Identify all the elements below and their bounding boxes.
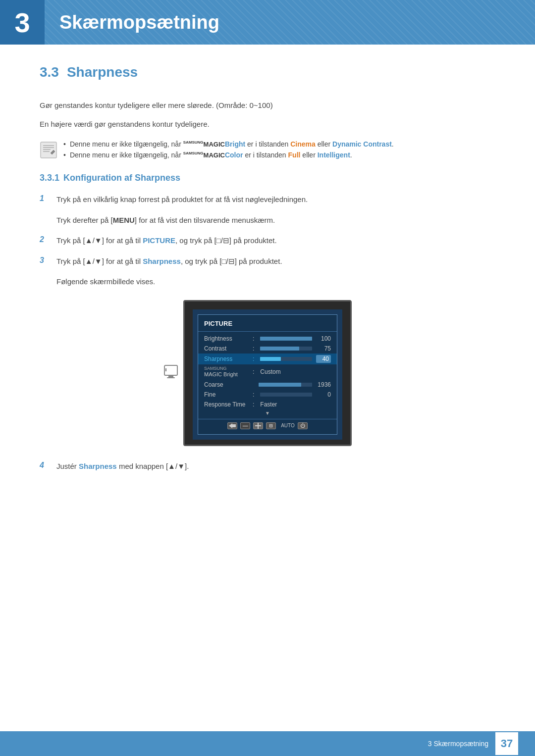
osd-sharpness-fill (260, 357, 281, 361)
osd-fine-row: Fine : 0 (198, 390, 337, 400)
osd-fine-value: 0 (316, 391, 331, 398)
subsection-number: 3.3.1 (40, 173, 59, 183)
osd-response-label: Response Time (204, 401, 249, 408)
description-1: Gør genstandes kontur tydeligere eller m… (40, 99, 495, 112)
description-2: En højere værdi gør genstandens kontur t… (40, 118, 495, 131)
step-3-sub: Følgende skærmbillede vises. (56, 275, 495, 288)
header-banner: 3 Skærmopsætning (0, 0, 535, 45)
osd-contrast-value: 75 (316, 345, 331, 352)
note-box: Denne menu er ikke tilgængelig, når SAMS… (40, 140, 495, 159)
step-1: 1 Tryk på en vilkårlig knap forrest på p… (40, 193, 495, 206)
osd-btn-plus (253, 422, 263, 429)
osd-btn-menu: ⊟ (266, 422, 276, 429)
monitor-icon (163, 364, 178, 379)
osd-contrast-row: Contrast : 75 (198, 344, 337, 353)
step-2: 2 Tryk på [▲/▼] for at gå til PICTURE, o… (40, 234, 495, 247)
svg-rect-8 (165, 368, 166, 371)
osd-title: PICTURE (198, 318, 337, 332)
osd-controls: — ⊟ AUTO (227, 422, 308, 429)
note-line-2: Denne menu er ikke tilgængelig, når SAMS… (63, 151, 394, 159)
main-content: 3.3Sharpness Gør genstandes kontur tydel… (0, 45, 535, 520)
osd-contrast-label: Contrast (204, 345, 249, 352)
step-4-number: 4 (40, 461, 50, 470)
osd-menu: PICTURE Brightness : 100 (198, 314, 337, 435)
osd-brightness-bar (260, 337, 312, 341)
osd-btn-minus: — (240, 422, 250, 429)
svg-rect-10 (232, 424, 236, 427)
step-3-number: 3 (40, 256, 50, 265)
step-2-number: 2 (40, 235, 50, 244)
osd-coarse-label: Coarse (204, 381, 249, 388)
osd-coarse-bar (259, 383, 312, 387)
osd-magic-bright-label: SAMSUNG MAGIC Bright (204, 366, 249, 378)
step-1-number: 1 (40, 194, 50, 203)
chapter-number: 3 (0, 0, 45, 45)
osd-sharpness-row: Sharpness : 40 (198, 353, 337, 364)
step-1-content: Tryk på en vilkårlig knap forrest på pro… (56, 193, 495, 206)
note-icon (40, 141, 57, 159)
step-3: 3 Tryk på [▲/▼] for at gå til Sharpness,… (40, 255, 495, 268)
subsection-heading: Konfiguration af Sharpness (63, 173, 180, 183)
footer-chapter-text: 3 Skærmopsætning (428, 740, 488, 748)
osd-coarse-row: Coarse 1936 (198, 380, 337, 390)
osd-btn-back (227, 422, 237, 429)
svg-rect-0 (41, 142, 56, 158)
section-title: 3.3Sharpness (40, 64, 495, 84)
osd-btn-power: ⏻ (298, 422, 308, 429)
osd-display: PICTURE Brightness : 100 (193, 309, 342, 440)
footer: 3 Skærmopsætning 37 (0, 731, 535, 756)
step-2-content: Tryk på [▲/▼] for at gå til PICTURE, og … (56, 234, 495, 247)
svg-rect-6 (168, 375, 173, 377)
osd-fine-label: Fine (204, 391, 249, 398)
section-heading: Sharpness (67, 64, 138, 80)
osd-magic-bright-value: Custom (260, 368, 280, 375)
osd-response-row: Response Time : Faster (198, 400, 337, 409)
osd-bottom-bar: — ⊟ AUTO (198, 419, 337, 431)
osd-sharpness-label: Sharpness (204, 355, 249, 362)
osd-coarse-fill (259, 383, 301, 387)
note-line-1: Denne menu er ikke tilgængelig, når SAMS… (63, 140, 394, 148)
step-3-content: Tryk på [▲/▼] for at gå til Sharpness, o… (56, 255, 495, 268)
step-1-sub: Tryk derefter på [MENU] for at få vist d… (56, 214, 495, 227)
osd-brightness-row: Brightness : 100 (198, 334, 337, 344)
monitor-screenshot-container: PICTURE Brightness : 100 (40, 300, 495, 446)
svg-marker-9 (229, 423, 232, 428)
osd-contrast-bar (260, 347, 312, 351)
monitor-frame: PICTURE Brightness : 100 (183, 300, 352, 446)
osd-response-value: Faster (260, 401, 277, 408)
step-4: 4 Justér Sharpness med knappen [▲/▼]. (40, 460, 495, 473)
header-title: Skærmopsætning (45, 12, 219, 33)
section-number: 3.3 (40, 64, 59, 80)
steps-list: 1 Tryk på en vilkårlig knap forrest på p… (40, 193, 495, 472)
osd-brightness-fill (260, 337, 312, 341)
osd-fine-bar (260, 393, 312, 397)
svg-rect-7 (167, 377, 175, 378)
osd-brightness-label: Brightness (204, 335, 249, 342)
osd-magic-bright-row: SAMSUNG MAGIC Bright : Custom (198, 364, 337, 380)
osd-sharpness-bar (260, 357, 312, 361)
osd-brightness-value: 100 (316, 335, 331, 342)
osd-more-indicator: ▼ (198, 409, 337, 417)
step-4-content: Justér Sharpness med knappen [▲/▼]. (56, 460, 495, 473)
osd-auto-label: AUTO (281, 423, 295, 428)
note-lines: Denne menu er ikke tilgængelig, når SAMS… (63, 140, 394, 159)
osd-sharpness-value: 40 (316, 355, 331, 363)
subsection-title: 3.3.1Konfiguration af Sharpness (40, 173, 495, 183)
footer-page-number: 37 (495, 732, 518, 755)
svg-rect-12 (255, 425, 261, 426)
osd-coarse-value: 1936 (316, 381, 331, 388)
osd-contrast-fill (260, 347, 299, 351)
